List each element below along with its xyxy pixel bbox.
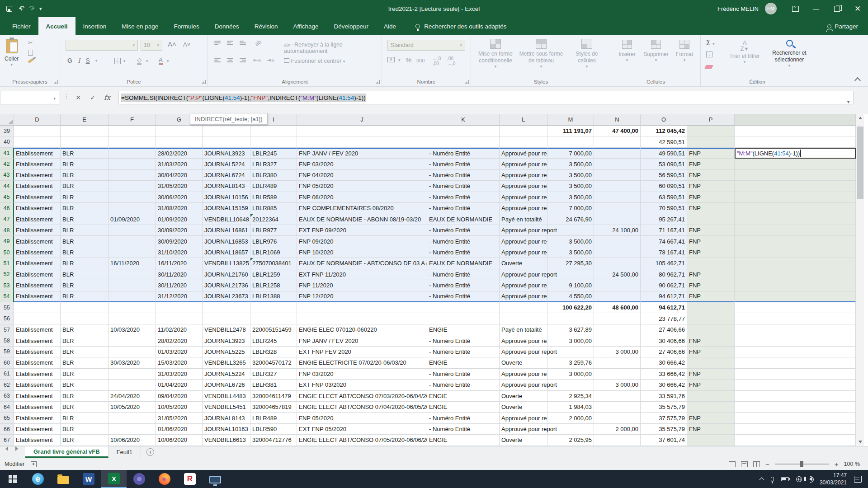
cell-Q50[interactable] <box>735 247 856 258</box>
column-header-J[interactable]: J <box>297 114 427 126</box>
cell-H62[interactable]: JOURNAL6726 <box>203 380 250 390</box>
cell-H49[interactable]: JOURNAL16853 <box>203 236 250 247</box>
cell-D52[interactable]: Etablissement <box>14 269 61 280</box>
cell-O54[interactable]: 94 612,71 <box>641 291 687 302</box>
battery-icon[interactable] <box>781 477 789 481</box>
microphone-icon[interactable] <box>771 477 774 482</box>
cell-E47[interactable]: BLR <box>61 214 108 225</box>
cell-J54[interactable]: FNP 12/2020 <box>297 291 427 302</box>
cell-E66[interactable]: BLR <box>61 424 108 435</box>
app-icon-purple[interactable] <box>127 470 152 488</box>
cell-O60[interactable]: 30 666,42 <box>641 357 687 368</box>
cell-J66[interactable]: EXT FNP 05/2020 <box>297 424 427 435</box>
cell-Q65[interactable] <box>735 413 856 423</box>
cell-E67[interactable]: BLR <box>61 435 108 446</box>
cell-Q40[interactable] <box>735 136 856 147</box>
cell-N66[interactable]: 2 000,00 <box>594 424 641 435</box>
cell-M63[interactable]: 2 925,34 <box>547 391 594 402</box>
cell-M40[interactable] <box>547 136 594 147</box>
cell-F67[interactable]: 10/06/2020 <box>108 435 156 446</box>
cell-L58[interactable]: Approuvé pour report <box>500 335 547 346</box>
bold-button[interactable]: G <box>67 57 72 64</box>
cell-E45[interactable]: BLR <box>61 192 108 203</box>
cell-Q45[interactable] <box>735 192 856 203</box>
cell-H66[interactable]: JOURNAL10163 <box>203 424 250 435</box>
align-center-icon[interactable] <box>227 58 233 62</box>
cell-M47[interactable]: 24 676,90 <box>547 214 594 225</box>
zoom-level[interactable]: 100 % <box>844 461 860 467</box>
cell-H40[interactable] <box>203 136 250 147</box>
cell-Q46[interactable] <box>735 203 856 214</box>
cell-N50[interactable] <box>594 247 641 258</box>
cell-D45[interactable]: Etablissement <box>14 192 61 203</box>
cell-O56[interactable]: 23 778,77 <box>641 313 687 324</box>
cell-O58[interactable]: 30 406,66 <box>641 335 687 346</box>
cell-K59[interactable]: - Numéro Entité <box>427 347 500 357</box>
cell-N67[interactable] <box>594 435 641 446</box>
cell-D50[interactable]: Etablissement <box>14 247 61 258</box>
cell-L53[interactable]: Approuvé pour report <box>500 280 547 291</box>
decrease-indent-icon[interactable]: ⇤≡ <box>253 57 261 63</box>
cell-O59[interactable]: 27 406,66 <box>641 347 687 357</box>
cell-styles-button[interactable]: Styles de cellules▾ <box>566 39 608 69</box>
cell-O62[interactable]: 30 666,42 <box>641 380 687 390</box>
cell-O67[interactable]: 37 601,74 <box>641 435 687 446</box>
scroll-up-button[interactable] <box>856 114 864 122</box>
cell-G59[interactable]: 01/03/2020 <box>156 347 203 357</box>
column-header-N[interactable]: N <box>594 114 641 126</box>
font-color-button[interactable]: A <box>159 57 163 65</box>
cell-K45[interactable]: - Numéro Entité <box>427 192 500 203</box>
tell-me-search[interactable]: Rechercher des outils adaptés <box>415 17 506 35</box>
cell-H67[interactable]: VENDBILL6613 <box>203 435 250 446</box>
cell-L48[interactable]: Approuvé pour report <box>500 225 547 236</box>
cell-N58[interactable] <box>594 335 641 346</box>
cell-O64[interactable]: 35 575,79 <box>641 402 687 413</box>
cell-D63[interactable]: Etablissement <box>14 391 61 402</box>
share-button[interactable]: Partager <box>827 17 868 35</box>
cell-D57[interactable]: Etablissement <box>14 324 61 335</box>
cell-L56[interactable] <box>500 313 547 324</box>
cell-L59[interactable]: Approuvé pour report <box>500 347 547 357</box>
cell-J43[interactable]: FNP 04/2020 <box>297 170 427 181</box>
taskbar-clock[interactable]: 17:47 30/03/2021 <box>820 472 847 486</box>
cell-F52[interactable] <box>108 269 156 280</box>
cell-O40[interactable]: 42 590,51 <box>641 136 687 147</box>
orientation-button[interactable]: ab <box>254 38 262 47</box>
cell-I46[interactable]: LBLR885 <box>250 203 297 214</box>
cell-K57[interactable]: ENGIE <box>427 324 500 335</box>
cell-L61[interactable]: Approuvé pour report <box>500 369 547 380</box>
cell-N41[interactable] <box>594 148 641 159</box>
redo-button[interactable]: ↷▾ <box>29 5 33 12</box>
cell-D64[interactable]: Etablissement <box>14 402 61 413</box>
cell-E48[interactable]: BLR <box>61 225 108 236</box>
wrap-text-button[interactable]: ab↩ Renvoyer à la ligne automatiquement <box>284 42 382 54</box>
cell-N45[interactable] <box>594 192 641 203</box>
cell-L67[interactable]: Ouverte <box>500 435 547 446</box>
cell-J64[interactable]: ENGIE ELECT ABT/CONSO 07/04/2020-06/05/2… <box>297 402 427 413</box>
cell-Q67[interactable] <box>735 435 856 446</box>
cell-P67[interactable] <box>687 435 735 446</box>
cell-M58[interactable]: 3 000,00 <box>547 335 594 346</box>
cell-H60[interactable]: VENDBILL3265 <box>203 357 250 368</box>
tab-r-vision[interactable]: Révision <box>247 17 286 35</box>
cell-Q43[interactable] <box>735 170 856 181</box>
cell-Q58[interactable] <box>735 335 856 346</box>
cell-G61[interactable]: 31/03/2020 <box>156 369 203 380</box>
normal-view-icon[interactable] <box>729 461 736 467</box>
cell-P65[interactable]: FNP <box>687 413 735 423</box>
cell-F47[interactable]: 01/09/2020 <box>108 214 156 225</box>
cell-G52[interactable]: 30/11/2020 <box>156 269 203 280</box>
cell-E39[interactable] <box>61 126 108 136</box>
find-select-button[interactable]: Rechercher et sélectionner▾ <box>767 40 812 68</box>
app-icon-r[interactable]: R <box>177 470 203 488</box>
cell-E54[interactable]: BLR <box>61 291 108 302</box>
cell-O41[interactable]: 49 590,51 <box>641 148 687 159</box>
cell-Q61[interactable] <box>735 369 856 380</box>
tab-formules[interactable]: Formules <box>166 17 207 35</box>
cell-K43[interactable]: - Numéro Entité <box>427 170 500 181</box>
cell-G67[interactable]: 10/06/2020 <box>156 435 203 446</box>
column-header-P[interactable]: P <box>687 114 735 126</box>
cell-J52[interactable]: EXT FNP 11/2020 <box>297 269 427 280</box>
cell-D49[interactable]: Etablissement <box>14 236 61 247</box>
cell-P43[interactable]: FNP <box>687 170 735 181</box>
